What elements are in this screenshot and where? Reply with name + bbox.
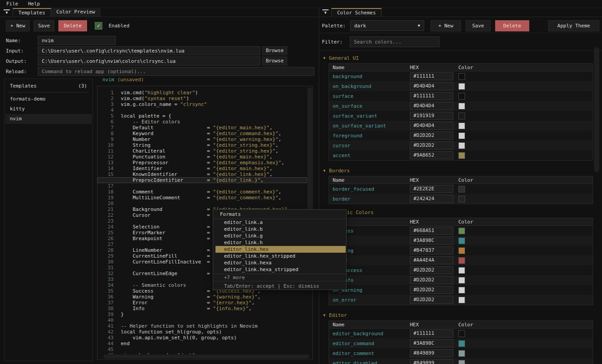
color-swatch[interactable] bbox=[458, 196, 465, 202]
hex-input[interactable]: #D2D2D2 bbox=[410, 286, 453, 294]
hex-input[interactable]: #D2D2D2 bbox=[410, 266, 453, 274]
color-swatch[interactable] bbox=[458, 132, 465, 139]
hex-input[interactable]: #AA4E4A bbox=[410, 256, 453, 264]
hex-input[interactable]: #D4D4D4 bbox=[410, 82, 453, 90]
color-section: ▼General UINameHEXColorbackground#111111… bbox=[321, 54, 602, 161]
input-browse-button[interactable]: Browse bbox=[262, 46, 287, 55]
color-swatch[interactable] bbox=[458, 93, 465, 100]
output-path-input[interactable] bbox=[38, 57, 260, 66]
hex-input[interactable]: #849899 bbox=[410, 359, 453, 364]
section-header[interactable]: ▼Editor bbox=[323, 311, 602, 319]
code-line: 15 KnownIdentifier = "{editor_link.hex}"… bbox=[97, 171, 312, 177]
autocomplete-item[interactable]: editor_link.hex bbox=[215, 246, 346, 253]
hex-input[interactable]: #D2D2D2 bbox=[410, 141, 453, 149]
hex-input[interactable]: #D2D2D2 bbox=[410, 296, 453, 304]
reload-command-input[interactable] bbox=[38, 67, 314, 76]
panel-collapse-icon[interactable]: ▼ bbox=[322, 9, 329, 16]
template-list-item[interactable]: formats-demo bbox=[5, 94, 92, 104]
autocomplete-item[interactable]: editor_link.hexa bbox=[213, 259, 346, 266]
section-header[interactable]: ▼General UI bbox=[323, 54, 602, 61]
color-swatch[interactable] bbox=[458, 103, 465, 110]
color-swatch[interactable] bbox=[458, 113, 465, 119]
hex-input[interactable]: #3A898C bbox=[410, 237, 453, 245]
autocomplete-item[interactable]: editor_link.a bbox=[213, 219, 346, 226]
color-swatch[interactable] bbox=[458, 257, 465, 264]
color-swatch[interactable] bbox=[458, 228, 465, 234]
color-swatch[interactable] bbox=[458, 330, 465, 337]
color-swatch[interactable] bbox=[458, 340, 465, 347]
autocomplete-item[interactable]: editor_link.hex_stripped bbox=[213, 253, 346, 259]
delete-palette-button[interactable]: Delete bbox=[495, 20, 529, 31]
save-palette-button[interactable]: Save bbox=[466, 20, 491, 31]
col-header-hex: HEX bbox=[410, 219, 458, 225]
editor-horizontal-scrollbar[interactable] bbox=[104, 355, 309, 359]
templates-list-title: Templates bbox=[10, 83, 37, 89]
section-header[interactable]: ▼Borders bbox=[323, 167, 602, 174]
autocomplete-item[interactable]: editor_link.g bbox=[213, 232, 346, 239]
color-name: editor_command bbox=[329, 341, 410, 346]
color-swatch[interactable] bbox=[458, 360, 465, 364]
color-swatch[interactable] bbox=[458, 186, 465, 193]
template-list-item[interactable]: nvim bbox=[5, 114, 92, 124]
apply-theme-button[interactable]: Apply Theme bbox=[548, 20, 599, 31]
hex-input[interactable]: #D2D2D2 bbox=[410, 132, 453, 140]
tab-color-preview[interactable]: Color Preview bbox=[51, 8, 101, 17]
menu-item-help[interactable]: Help bbox=[28, 0, 40, 8]
section-header[interactable]: ▼Semantic Colors bbox=[323, 209, 602, 216]
color-list-scrollbar[interactable] bbox=[594, 47, 599, 172]
hex-input[interactable]: #849899 bbox=[410, 349, 453, 357]
new-template-button[interactable]: + New bbox=[6, 20, 30, 31]
save-template-button[interactable]: Save bbox=[34, 20, 54, 31]
hex-input[interactable]: #111111 bbox=[410, 329, 453, 338]
hex-input[interactable]: #B47837 bbox=[410, 246, 453, 254]
color-swatch[interactable] bbox=[458, 297, 465, 303]
color-swatch[interactable] bbox=[458, 267, 465, 274]
output-browse-button[interactable]: Browse bbox=[262, 57, 287, 66]
hex-input[interactable]: #2E2E2E bbox=[410, 185, 453, 193]
color-swatch[interactable] bbox=[458, 237, 465, 244]
color-swatch[interactable] bbox=[458, 350, 465, 357]
input-path-input[interactable] bbox=[38, 46, 260, 55]
tab-color-schemes[interactable]: Color Schemes bbox=[331, 8, 382, 17]
color-swatch[interactable] bbox=[458, 277, 465, 284]
tab-templates[interactable]: Templates bbox=[13, 8, 51, 17]
color-name: border_focused bbox=[329, 186, 410, 192]
delete-template-button[interactable]: Delete bbox=[58, 20, 87, 31]
panel-collapse-icon[interactable]: ▼ bbox=[4, 9, 10, 16]
color-swatch[interactable] bbox=[458, 152, 465, 159]
hex-input[interactable]: #242424 bbox=[410, 195, 453, 203]
hex-input[interactable]: #D4D4D4 bbox=[410, 122, 453, 130]
color-swatch[interactable] bbox=[458, 73, 465, 80]
name-input[interactable] bbox=[38, 36, 116, 45]
hex-input[interactable]: #D2D2D2 bbox=[410, 276, 453, 284]
hex-input[interactable]: #9A8652 bbox=[410, 151, 453, 159]
chevron-down-icon: ▼ bbox=[418, 23, 420, 28]
col-header-color: Color bbox=[458, 177, 593, 183]
hex-input[interactable]: #191919 bbox=[410, 112, 453, 120]
autocomplete-item[interactable]: editor_link.b bbox=[213, 226, 346, 232]
color-swatch[interactable] bbox=[458, 287, 465, 294]
hex-input[interactable]: #3A898C bbox=[410, 339, 453, 347]
hex-input[interactable]: #111111 bbox=[410, 92, 453, 100]
color-swatch[interactable] bbox=[458, 247, 465, 254]
color-filter-input[interactable] bbox=[350, 36, 439, 47]
color-swatch[interactable] bbox=[458, 83, 465, 90]
hex-input[interactable]: #D4D4D4 bbox=[410, 102, 453, 110]
template-list-item[interactable]: kitty bbox=[5, 104, 92, 114]
color-swatch[interactable] bbox=[458, 123, 465, 129]
palette-select[interactable]: dark ▼ bbox=[350, 20, 424, 31]
editor-vertical-scrollbar[interactable] bbox=[308, 88, 312, 210]
hex-input[interactable]: #111111 bbox=[410, 72, 453, 80]
table-header-row: NameHEXColor bbox=[329, 176, 593, 184]
new-palette-button[interactable]: + New bbox=[431, 20, 461, 31]
hex-input[interactable]: #668A51 bbox=[410, 227, 453, 235]
color-swatch[interactable] bbox=[458, 142, 465, 149]
menu-item-file[interactable]: File bbox=[6, 0, 18, 8]
autocomplete-item[interactable]: editor_link.hexa_stripped bbox=[213, 266, 346, 273]
autocomplete-item[interactable]: editor_link.h bbox=[213, 239, 346, 246]
color-name: surface_variant bbox=[329, 113, 410, 119]
autocomplete-more[interactable]: +7 more bbox=[213, 274, 346, 281]
enabled-checkbox[interactable]: ✓ bbox=[95, 22, 102, 30]
line-number: 17 bbox=[100, 183, 114, 189]
color-name: surface bbox=[329, 93, 410, 99]
